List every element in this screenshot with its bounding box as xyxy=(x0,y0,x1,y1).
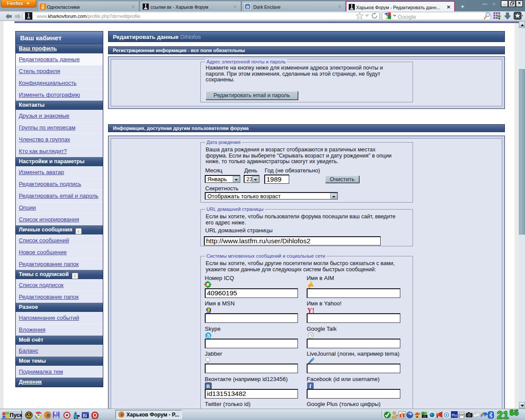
svg-text:В: В xyxy=(206,384,210,389)
svg-text:B: B xyxy=(246,4,249,9)
svg-text:Bi: Bi xyxy=(83,413,87,418)
svg-text:Ru: Ru xyxy=(452,413,457,417)
svg-text:f: f xyxy=(309,383,312,389)
svg-text:Y!: Y! xyxy=(307,307,315,314)
